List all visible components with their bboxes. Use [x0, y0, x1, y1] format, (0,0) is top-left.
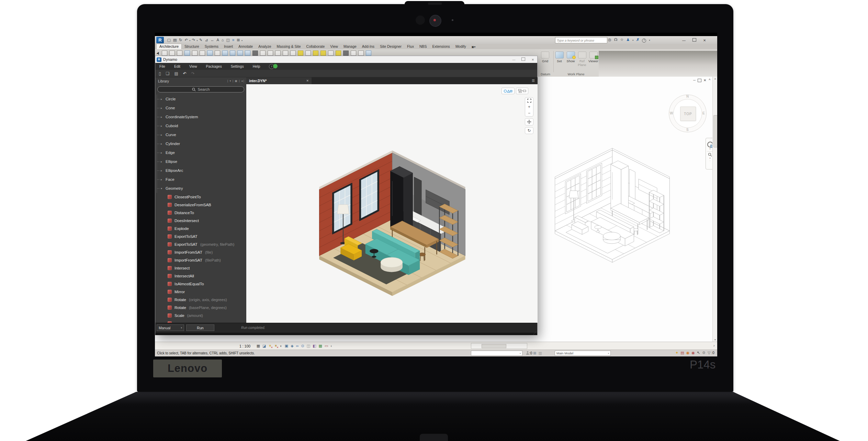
run-mode-dropdown[interactable]: Manual▾: [157, 324, 184, 331]
library-node[interactable]: Scale(amount): [155, 311, 246, 319]
compass-south[interactable]: S: [686, 128, 689, 132]
library-node-clipped[interactable]: [155, 319, 246, 323]
tab-analyze[interactable]: Analyze: [256, 44, 274, 49]
notification-icons[interactable]: !: [269, 64, 278, 69]
set-work-plane-button[interactable]: Set: [554, 51, 565, 72]
tab-add-ins[interactable]: Add-Ins: [359, 44, 377, 49]
zoom-out-icon[interactable]: −: [528, 111, 530, 115]
view-control-icons[interactable]: ▦ ◪ ☀✕ ☀✕ ◐ ▣ ◈ ∞ ⊙ ◫ ◧ ▩ ▭ ‹: [255, 344, 333, 348]
menu-view[interactable]: View: [189, 64, 197, 68]
revit-app-icon[interactable]: R: [156, 37, 164, 43]
new-file-icon[interactable]: ▯: [159, 71, 161, 76]
main-model-dropdown[interactable]: Main Model▾: [555, 351, 611, 356]
tab-systems[interactable]: Systems: [202, 44, 221, 49]
library-node[interactable]: ExportToSAT(geometry, filePath): [155, 240, 246, 248]
menu-settings[interactable]: Settings: [231, 64, 244, 68]
viewcube[interactable]: N E S W TOP: [669, 95, 707, 132]
library-node[interactable]: Rotate(origin, axis, degrees): [155, 296, 246, 304]
library-category-ellipsearc[interactable]: ▸EllipseArc: [155, 166, 246, 175]
tab-annotate[interactable]: Annotate: [236, 44, 256, 49]
scroll-up-icon[interactable]: ▲: [713, 77, 717, 80]
library-node[interactable]: DoesIntersect: [155, 217, 246, 224]
library-filter-icon[interactable]: ❘ ▾ ❘ ▣ ❘ ◂❘: [226, 80, 245, 82]
tab-manage[interactable]: Manage: [341, 44, 359, 49]
dynamo-title-bar[interactable]: R Dynamo —✕: [155, 56, 537, 63]
tab-extensions[interactable]: Extensions: [430, 44, 453, 49]
hscroll-thumb[interactable]: [482, 344, 506, 348]
quick-access-toolbar[interactable]: ▢▤↻↶▾↷▾✎⊿↔A⌂◫≡⊞▾: [166, 38, 243, 42]
library-category-cylinder[interactable]: ▸Cylinder: [155, 139, 246, 148]
undo-icon[interactable]: ↶: [183, 71, 187, 76]
design-option-dropdown[interactable]: ▾: [471, 351, 522, 356]
viewer-button[interactable]: Viewer: [588, 51, 599, 72]
zoom-icon[interactable]: [708, 153, 712, 157]
tab-structure[interactable]: Structure: [182, 44, 202, 49]
library-node[interactable]: DeserializeFromSAB: [155, 201, 246, 209]
run-button[interactable]: Run: [186, 324, 214, 331]
library-category-circle[interactable]: ▸Circle: [155, 95, 246, 103]
library-category-geometry[interactable]: ▾Geometry: [155, 184, 246, 193]
horizontal-scrollbar[interactable]: [471, 343, 527, 349]
show-work-plane-button[interactable]: Show: [565, 51, 576, 72]
view-window-controls[interactable]: ─✕^: [693, 79, 710, 82]
open-file-icon[interactable]: ❏: [166, 71, 170, 76]
ribbon-tool-icons[interactable]: ➤: [156, 51, 371, 56]
dynamo-canvas[interactable]: + − ↻: [246, 84, 538, 323]
window-controls[interactable]: —✕: [679, 38, 709, 42]
fit-view-icon[interactable]: [527, 99, 531, 103]
library-category-cone[interactable]: ▸Cone: [155, 103, 246, 112]
tab-view[interactable]: View: [327, 44, 341, 49]
infocenter-search-input[interactable]: [555, 37, 607, 43]
graph-view-button[interactable]: [516, 88, 528, 94]
library-node[interactable]: Rotate(basePlane, degrees): [155, 304, 246, 311]
tab-nbs[interactable]: NBS: [417, 44, 430, 49]
library-node[interactable]: ImportFromSAT(filePath): [155, 256, 246, 264]
menu-edit[interactable]: Edit: [174, 64, 180, 68]
menu-file[interactable]: File: [159, 64, 165, 68]
tab-flux[interactable]: Flux: [404, 44, 417, 49]
ribbon-options-icon[interactable]: ▣▾: [469, 45, 478, 49]
window-resize-grip[interactable]: ⋰: [155, 333, 537, 335]
library-node[interactable]: IntersectAll: [155, 272, 246, 280]
tab-architecture[interactable]: Architecture: [156, 44, 182, 49]
steering-wheel-icon[interactable]: [707, 142, 713, 147]
zoom-in-icon[interactable]: +: [528, 105, 530, 109]
library-node[interactable]: ClosestPointTo: [155, 193, 246, 201]
library-category-coordinatesystem[interactable]: ▸CoordinateSystem: [155, 112, 246, 121]
infocenter-icons[interactable]: ◎☊☆♟▾✗?▾: [607, 38, 651, 43]
chevron-down-icon[interactable]: ▾: [709, 157, 710, 159]
tab-collaborate[interactable]: Collaborate: [304, 44, 328, 49]
scroll-right-icon[interactable]: ›: [713, 344, 715, 348]
compass-west[interactable]: W: [670, 111, 673, 115]
tab-massing-site[interactable]: Massing & Site: [274, 44, 304, 49]
selection-filter-icons[interactable]: ✦ ▤ ◉ ◉ ↖ ⚙ ▽ :0: [674, 351, 714, 355]
library-node[interactable]: ImportFromSAT(file): [155, 248, 246, 256]
tab-insert[interactable]: Insert: [221, 44, 236, 49]
library-node[interactable]: ExportToSAT: [155, 232, 246, 240]
grid-button[interactable]: Grid: [540, 52, 551, 63]
menu-help[interactable]: Help: [253, 64, 260, 68]
library-node[interactable]: Intersect: [155, 264, 246, 272]
compass-north[interactable]: N: [686, 95, 689, 98]
tab-close-icon[interactable]: ✕: [306, 79, 309, 82]
library-category-cuboid[interactable]: ▸Cuboid: [155, 121, 246, 130]
compass-east[interactable]: E: [702, 111, 705, 115]
tab-menu-icon[interactable]: ☰: [532, 79, 535, 82]
tab-site-designer[interactable]: Site Designer: [377, 44, 404, 49]
library-category-curve[interactable]: ▸Curve: [155, 130, 246, 139]
worksets-status-icons[interactable]: :0 ⊞ ▥: [526, 351, 543, 355]
scrollbar-thumb[interactable]: [713, 115, 718, 147]
library-node[interactable]: Explode: [155, 224, 246, 232]
geometry-view-button[interactable]: [501, 88, 515, 94]
redo-icon[interactable]: ↷: [191, 71, 195, 76]
library-category-ellipse[interactable]: ▸Ellipse: [155, 157, 246, 166]
library-node[interactable]: IsAlmostEqualTo: [155, 280, 246, 288]
save-icon[interactable]: ▤: [174, 71, 178, 76]
library-category-edge[interactable]: ▸Edge: [155, 148, 246, 157]
pan-icon[interactable]: [527, 120, 531, 124]
viewcube-top-face[interactable]: TOP: [680, 107, 696, 121]
library-search-box[interactable]: Search: [157, 86, 244, 92]
chevron-down-icon[interactable]: ▾: [709, 148, 710, 150]
workspace-tab[interactable]: inter.DYN* ✕: [246, 77, 312, 84]
dynamo-window-controls[interactable]: —✕: [509, 57, 537, 62]
